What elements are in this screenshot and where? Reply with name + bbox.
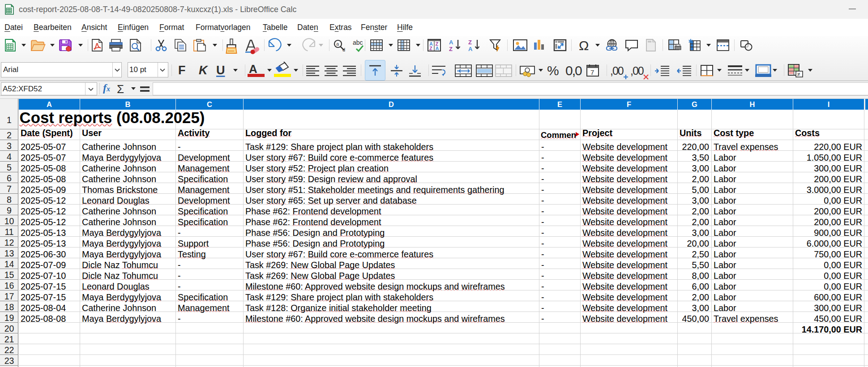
svg-text:7: 7: [590, 68, 594, 76]
svg-text:Ω: Ω: [579, 38, 589, 53]
svg-text:abc: abc: [353, 39, 363, 46]
svg-text:A: A: [436, 46, 439, 51]
svg-text:Z: Z: [429, 46, 432, 51]
svg-text:≠: ≠: [797, 71, 800, 77]
svg-text:d: d: [342, 47, 345, 52]
svg-text:A: A: [468, 46, 473, 52]
svg-text:a: a: [336, 41, 339, 47]
svg-text:Z: Z: [449, 46, 453, 52]
svg-text:Z: Z: [468, 39, 472, 46]
svg-text:A: A: [449, 39, 453, 46]
